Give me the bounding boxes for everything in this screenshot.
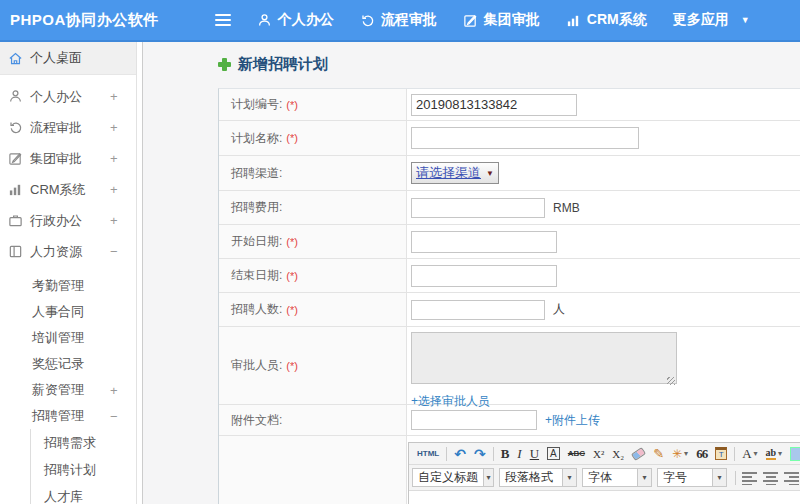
eraser-icon[interactable] (628, 445, 649, 463)
process-icon (8, 120, 23, 135)
dropdown-caret-icon: ▾ (754, 449, 758, 458)
paragraph-format-select[interactable]: 段落格式 ▾ (499, 468, 577, 487)
sidebar-item-attendance[interactable]: 考勤管理 (0, 273, 136, 299)
nav-process-approval[interactable]: 流程审批 (360, 11, 437, 29)
align-center-icon[interactable] (763, 471, 778, 485)
person-icon (257, 13, 272, 28)
subscript-button[interactable]: X₂ (608, 445, 628, 463)
align-right-icon[interactable] (784, 471, 799, 485)
field-label: 结束日期: (231, 267, 282, 284)
bar-chart-icon (8, 182, 23, 197)
image-button[interactable] (786, 445, 800, 463)
format-brush-icon[interactable]: ✎ (649, 445, 668, 463)
sidebar-item-recruit-demand[interactable]: 招聘需求 (31, 429, 136, 456)
font-box-button[interactable]: A (543, 445, 564, 463)
form-row-headcount: 招聘人数: (*) 人 (219, 293, 800, 327)
sidebar-item-hr[interactable]: 人力资源 − (0, 236, 136, 267)
field-label: 招聘人数: (231, 301, 282, 318)
attachment-upload-link[interactable]: +附件上传 (545, 412, 600, 429)
edit-square-icon (8, 151, 23, 166)
dropdown-caret-icon: ▾ (637, 469, 651, 486)
highlight-color-button[interactable]: ab▾ (762, 445, 787, 463)
sidebar-item-recruit-plan[interactable]: 招聘计划 (31, 456, 136, 483)
expand-plus-icon[interactable]: + (110, 120, 136, 135)
nav-personal-office[interactable]: 个人办公 (257, 11, 334, 29)
hamburger-menu-icon[interactable] (215, 14, 231, 26)
sidebar-item-talent-pool[interactable]: 人才库 (31, 483, 136, 504)
expand-plus-icon[interactable]: + (110, 151, 136, 166)
home-icon (8, 51, 23, 66)
field-label: 附件文档: (231, 412, 282, 429)
underline-button[interactable]: U (526, 445, 543, 463)
sidebar-item-group-approval[interactable]: 集团审批 + (0, 143, 136, 174)
dropdown-caret-icon: ▾ (562, 469, 576, 486)
editor-toolbar-row1: HTML ↶ ↷ B I U A ABC X² X₂ (409, 443, 800, 465)
sidebar-item-recruit-mgmt[interactable]: 招聘管理 − (0, 403, 136, 429)
book-icon (8, 244, 23, 259)
dropdown-caret-icon: ▾ (712, 469, 726, 486)
undo-icon[interactable]: ↶ (450, 445, 470, 463)
sidebar-item-personal-office[interactable]: 个人办公 + (0, 81, 136, 112)
blockquote-button[interactable]: 66 (692, 445, 711, 463)
plan-number-input[interactable] (411, 94, 577, 116)
start-date-input[interactable] (411, 231, 557, 253)
expand-plus-icon[interactable]: + (110, 89, 136, 104)
form-row-plan-name: 计划名称: (*) (219, 121, 800, 156)
recruit-submenu: 招聘需求 招聘计划 人才库 (30, 429, 136, 504)
headcount-input[interactable] (411, 300, 545, 320)
plan-name-input[interactable] (411, 127, 639, 149)
sidebar-item-salary[interactable]: 薪资管理 + (0, 377, 136, 403)
add-plus-icon (218, 58, 231, 71)
collapse-minus-icon[interactable]: − (110, 409, 136, 424)
paste-icon[interactable]: T (711, 445, 731, 463)
superscript-button[interactable]: X² (589, 445, 608, 463)
nav-more-apps[interactable]: 更多应用 (673, 11, 729, 29)
hr-submenu: 考勤管理 人事合同 培训管理 奖惩记录 薪资管理 + 招聘管理 − 招聘需求 招… (0, 273, 136, 504)
align-left-icon[interactable] (742, 471, 757, 485)
font-size-select[interactable]: 字号 ▾ (657, 468, 727, 487)
chevron-down-icon[interactable]: ▼ (741, 15, 750, 25)
strikethrough-button[interactable]: ABC (564, 445, 589, 463)
editor-toolbar-row2: 自定义标题 ▾ 段落格式 ▾ 字体 ▾ (409, 465, 800, 491)
expand-plus-icon[interactable]: + (110, 182, 136, 197)
form-row-start-date: 开始日期: (*) (219, 225, 800, 259)
form-row-editor: HTML ↶ ↷ B I U A ABC X² X₂ (219, 436, 800, 504)
required-marker: (*) (286, 304, 298, 316)
sidebar-item-process-approval[interactable]: 流程审批 + (0, 112, 136, 143)
channel-select[interactable]: 请选择渠道 ▼ (411, 162, 499, 184)
cost-input[interactable] (411, 198, 545, 218)
sidebar-item-hr-contract[interactable]: 人事合同 (0, 299, 136, 325)
expand-plus-icon[interactable]: + (110, 383, 136, 398)
expand-plus-icon[interactable]: + (110, 213, 136, 228)
bold-button[interactable]: B (497, 445, 514, 463)
color-palette-icon[interactable]: ✳▾ (668, 445, 692, 463)
sidebar-item-admin-office[interactable]: 行政办公 + (0, 205, 136, 236)
approvers-textarea[interactable] (411, 332, 677, 384)
redo-icon[interactable]: ↷ (470, 445, 490, 463)
font-family-select[interactable]: 字体 ▾ (582, 468, 652, 487)
collapse-minus-icon[interactable]: − (110, 244, 136, 259)
form-row-approvers: 审批人员: (*) +选择审批人员 (219, 327, 800, 405)
sidebar-item-rewards[interactable]: 奖惩记录 (0, 351, 136, 377)
end-date-input[interactable] (411, 265, 557, 287)
field-label: 计划编号: (231, 96, 282, 113)
html-source-button[interactable]: HTML (413, 445, 443, 463)
sidebar-item-desktop[interactable]: 个人桌面 (0, 42, 136, 75)
custom-heading-select[interactable]: 自定义标题 ▾ (412, 468, 494, 487)
font-color-button[interactable]: A▾ (738, 445, 761, 463)
nav-group-approval[interactable]: 集团审批 (463, 11, 540, 29)
required-marker: (*) (286, 270, 298, 282)
form-row-channel: 招聘渠道: 请选择渠道 ▼ (219, 156, 800, 191)
required-marker: (*) (286, 132, 298, 144)
main-content: 新增招聘计划 计划编号: (*) 计划名称: (*) (143, 42, 800, 504)
editor-content-area[interactable] (409, 491, 800, 504)
sidebar: 个人桌面 个人办公 + 流程审批 + (0, 42, 137, 504)
sidebar-item-crm[interactable]: CRM系统 + (0, 174, 136, 205)
field-label: 审批人员: (231, 357, 282, 374)
nav-crm-system[interactable]: CRM系统 (566, 11, 647, 29)
sidebar-item-training[interactable]: 培训管理 (0, 325, 136, 351)
attachment-input[interactable] (411, 410, 537, 430)
edit-square-icon (463, 13, 478, 28)
recruit-plan-form: 计划编号: (*) 计划名称: (*) 招聘渠道: (218, 88, 800, 504)
italic-button[interactable]: I (513, 445, 525, 463)
